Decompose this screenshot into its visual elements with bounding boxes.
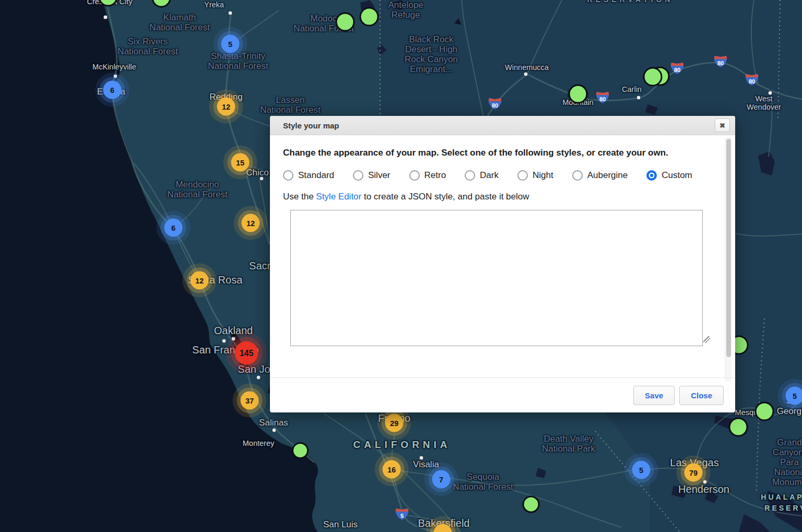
hint-text: to create a JSON style, and paste it bel… — [361, 192, 529, 202]
radio-label: Silver — [368, 170, 391, 181]
radio-label: Dark — [480, 170, 499, 181]
style-radio-aubergine[interactable]: Aubergine — [572, 170, 628, 181]
radio-icon — [283, 170, 293, 181]
dialog-body: Change the appearance of your map. Selec… — [270, 135, 735, 346]
style-your-map-dialog: Style your map ✖ Change the appearance o… — [270, 116, 735, 412]
cluster-count: 12 — [246, 219, 255, 227]
style-radio-dark[interactable]: Dark — [465, 170, 499, 181]
radio-icon — [465, 170, 475, 181]
style-editor-link[interactable]: Style Editor — [316, 192, 361, 202]
town-dot — [272, 428, 277, 433]
radio-icon — [353, 170, 363, 181]
cluster-count: 6 — [171, 223, 175, 232]
cluster-marker[interactable]: 12 — [191, 271, 209, 290]
cluster-count: 12 — [222, 102, 230, 111]
style-radio-silver[interactable]: Silver — [353, 170, 391, 181]
town-dot — [256, 375, 261, 380]
dialog-footer: Save Close — [270, 377, 735, 412]
editor-hint: Use the Style Editor to create a JSON st… — [283, 192, 714, 202]
town-dot — [231, 337, 236, 341]
map-canvas[interactable]: Crescent City Yreka Klamath National For… — [0, 0, 802, 532]
town-dot — [228, 11, 233, 16]
cluster-count: 5 — [228, 40, 232, 48]
dialog-description: Change the appearance of your map. Selec… — [283, 147, 695, 159]
green-marker[interactable] — [523, 496, 540, 513]
town-dot — [103, 15, 108, 20]
radio-label: Aubergine — [587, 170, 628, 181]
cluster-count: 7 — [439, 475, 443, 483]
cluster-marker[interactable]: 15 — [231, 153, 250, 172]
radio-icon — [646, 170, 657, 181]
cluster-marker[interactable]: 12 — [242, 214, 260, 232]
cluster-marker[interactable]: 5 — [786, 387, 802, 405]
green-marker[interactable] — [336, 13, 355, 32]
town-dot — [113, 74, 118, 79]
town-dot — [524, 72, 528, 77]
style-radio-retro[interactable]: Retro — [409, 170, 446, 181]
style-options: Standard Silver Retro Dark Night Aubergi… — [283, 170, 714, 181]
green-marker[interactable] — [292, 442, 309, 459]
style-radio-standard[interactable]: Standard — [283, 170, 334, 181]
green-marker[interactable] — [360, 7, 379, 27]
cluster-marker[interactable]: 6 — [103, 81, 122, 99]
dialog-header: Style your map ✖ — [270, 116, 735, 135]
radio-label: Custom — [662, 170, 692, 181]
hint-text: Use the — [283, 192, 316, 202]
radio-icon — [517, 170, 528, 181]
dialog-scrollbar-thumb[interactable] — [726, 139, 731, 357]
dialog-title: Style your map — [283, 121, 715, 130]
save-button[interactable]: Save — [633, 386, 675, 405]
cluster-count: 16 — [387, 465, 396, 474]
radio-label: Retro — [424, 170, 446, 181]
cluster-count: 12 — [195, 276, 204, 285]
cluster-marker[interactable]: 16 — [383, 460, 401, 479]
close-button[interactable]: Close — [679, 386, 724, 405]
cluster-count: 5 — [639, 466, 643, 474]
cluster-count: 145 — [240, 348, 254, 358]
cluster-marker[interactable]: 5 — [632, 461, 651, 479]
green-marker[interactable] — [569, 85, 588, 104]
radio-icon — [409, 170, 420, 181]
cluster-marker[interactable]: 7 — [432, 470, 451, 489]
style-radio-custom[interactable]: Custom — [646, 170, 692, 181]
green-marker[interactable] — [643, 67, 663, 87]
textarea-resize-handle[interactable] — [703, 336, 710, 343]
radio-icon — [572, 170, 583, 181]
town-dot — [260, 176, 264, 181]
green-marker[interactable] — [729, 418, 748, 437]
green-marker[interactable] — [755, 402, 774, 421]
cluster-count: 5 — [793, 392, 797, 400]
radio-label: Night — [533, 170, 553, 181]
cluster-count: 6 — [110, 86, 114, 94]
close-icon[interactable]: ✖ — [715, 119, 730, 132]
cluster-marker[interactable]: 12 — [217, 98, 235, 116]
cluster-count: 79 — [689, 468, 698, 477]
town-dot — [768, 91, 773, 96]
cluster-marker[interactable]: 145 — [235, 341, 258, 365]
cluster-marker[interactable]: 79 — [685, 464, 703, 482]
radio-label: Standard — [298, 170, 334, 181]
cluster-count: 15 — [236, 158, 244, 167]
cluster-count: 37 — [245, 396, 254, 405]
cluster-marker[interactable]: 6 — [164, 219, 183, 237]
cluster-marker[interactable]: 37 — [241, 392, 259, 410]
json-style-textarea[interactable] — [290, 210, 703, 346]
cluster-marker[interactable]: 29 — [385, 414, 404, 432]
cluster-count: 29 — [390, 419, 398, 427]
town-dot — [419, 456, 424, 460]
town-dot — [636, 96, 641, 100]
dialog-scrollbar-track — [725, 137, 732, 381]
town-dot — [703, 480, 707, 484]
town-dot — [222, 339, 227, 344]
style-radio-night[interactable]: Night — [517, 170, 553, 181]
cluster-marker[interactable]: 5 — [221, 35, 240, 53]
